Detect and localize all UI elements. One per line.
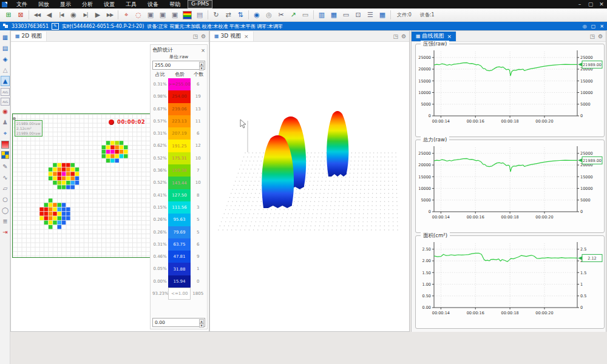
level-color-cell: 143.44 xyxy=(168,177,191,189)
min-level-spinner[interactable]: 0.00 ▲▼ xyxy=(152,318,205,327)
menu-playback[interactable]: 回放 xyxy=(33,0,55,8)
export-icon[interactable]: ↗ xyxy=(287,10,299,21)
menu-device[interactable]: 设备 xyxy=(142,0,164,8)
layout-grid-icon[interactable]: ▦ xyxy=(328,10,340,21)
menu-display[interactable]: 显示 xyxy=(55,0,76,8)
expand-icon[interactable]: ◳ xyxy=(393,33,398,39)
screen-3-icon[interactable]: ▣ xyxy=(169,10,181,21)
panel-2d-header: ▦ 2D 视图 ◳ ⚙ xyxy=(11,31,209,42)
color-level-row: 0.31%>=255.006 xyxy=(152,78,205,90)
refresh-icon[interactable]: ↻ xyxy=(210,10,222,21)
close-icon[interactable]: × xyxy=(201,47,205,53)
spin-down-icon[interactable]: ▼ xyxy=(199,66,204,70)
polygon-icon[interactable]: ▱ xyxy=(1,183,10,194)
gear-icon[interactable]: ⚙ xyxy=(201,33,206,39)
posture-icon[interactable]: ♟ xyxy=(1,117,10,127)
skip-end-icon[interactable]: ▶| xyxy=(80,10,92,21)
fast-backward-icon[interactable]: ◀◀ xyxy=(31,10,43,21)
polyline-icon[interactable]: ∿ xyxy=(1,172,10,183)
menu-tools[interactable]: 工具 xyxy=(120,0,142,8)
menu-settings[interactable]: 设置 xyxy=(98,0,120,8)
tab-close-icon[interactable]: × xyxy=(447,33,452,39)
level-percent: 0.62% xyxy=(152,140,168,152)
chart-current-value: 21989.00 xyxy=(583,62,602,67)
screen-1-icon[interactable]: ▣ xyxy=(144,10,157,21)
recording-dot-icon xyxy=(109,120,114,125)
spin-down-icon[interactable]: ▼ xyxy=(199,323,204,328)
dock-maximize-icon[interactable]: ▢ xyxy=(591,24,596,29)
clipboard-icon[interactable]: ▤ xyxy=(194,10,206,21)
level-color-cell: 127.50 xyxy=(168,189,191,201)
record-target-icon[interactable]: ◉ xyxy=(1,106,10,116)
svg-text:0.5: 0.5 xyxy=(580,294,586,298)
level-percent: 0.31% xyxy=(152,238,168,251)
list-view-icon[interactable]: ☰ xyxy=(364,10,376,21)
layers-icon[interactable]: ▤ xyxy=(1,43,10,53)
target-blue-icon[interactable]: ◉ xyxy=(251,10,263,21)
expand-icon[interactable]: ◳ xyxy=(589,33,595,39)
export-view-icon[interactable]: ⇥ xyxy=(1,227,10,237)
gear-icon[interactable]: ⚙ xyxy=(401,33,406,39)
pressure-heatmap[interactable]: 21989.00raw 2.12cm² 21989.00raw 00:00:02 xyxy=(12,113,152,258)
pin-icon[interactable]: ⌖ xyxy=(120,10,132,21)
palette-grid-icon[interactable] xyxy=(1,151,9,159)
platform-icon[interactable]: ≣ xyxy=(1,216,10,226)
spin-up-icon[interactable]: ▲ xyxy=(199,319,204,323)
max-level-spinner[interactable]: 255.00 ▲▼ xyxy=(152,61,205,70)
svg-text:00:00:16: 00:00:16 xyxy=(467,215,484,220)
dock-float-icon[interactable]: ◎ xyxy=(583,24,587,29)
svg-text:00:00:20: 00:00:20 xyxy=(535,215,553,220)
layout-frame-icon[interactable]: ▭ xyxy=(340,10,352,21)
cone-3d-icon[interactable]: ▲ xyxy=(1,76,10,86)
screen-2-icon[interactable]: ▣ xyxy=(157,10,169,21)
avg-frame-icon[interactable]: AVG xyxy=(1,88,10,96)
level-percent: 0.46% xyxy=(152,251,168,263)
colorbar-icon[interactable] xyxy=(183,11,192,19)
avg-range-icon[interactable]: AVG xyxy=(1,98,10,106)
tab-close-icon[interactable]: × xyxy=(244,33,249,39)
tab-3d-view[interactable]: ▦ 3D 视图 × xyxy=(210,32,254,41)
grid-view-icon[interactable]: ▦ xyxy=(376,10,388,21)
edit-icon[interactable]: ✎ xyxy=(52,23,59,30)
fast-forward-icon[interactable]: ▶▶ xyxy=(104,10,116,21)
circle-tool-icon[interactable]: ○ xyxy=(1,194,10,204)
window-minimize-icon[interactable]: – xyxy=(574,0,585,8)
swap-horizontal-icon[interactable]: ⇄ xyxy=(222,10,234,21)
spin-up-icon[interactable]: ▲ xyxy=(199,62,204,66)
ellipse-tool-icon[interactable]: ◯ xyxy=(1,205,10,215)
gear-icon[interactable]: ⚙ xyxy=(598,33,603,39)
gradient-scale-icon[interactable] xyxy=(1,141,9,149)
menu-gpms[interactable]: G-PMS xyxy=(188,0,212,8)
cone-2d-icon[interactable]: △ xyxy=(1,65,10,75)
menu-analysis[interactable]: 分析 xyxy=(76,0,98,8)
record-stop-icon[interactable]: ◉ xyxy=(67,10,80,21)
panel-3d-content[interactable] xyxy=(210,42,409,332)
layout-columns-icon[interactable]: ▥ xyxy=(316,10,328,21)
app-logo-icon xyxy=(2,2,7,7)
swap-vertical-icon[interactable]: ⇅ xyxy=(234,10,246,21)
monitor-icon[interactable]: ⊡ xyxy=(352,10,364,21)
level-percent: 0.36% xyxy=(152,164,168,177)
target-gray-icon[interactable]: ◎ xyxy=(263,10,275,21)
sensor-node-icon[interactable]: ◈ xyxy=(1,54,10,64)
probe-pin-icon[interactable]: ⌖ xyxy=(1,128,10,138)
dock-close-icon[interactable]: ✕ xyxy=(600,24,604,29)
loop-icon[interactable]: ◌ xyxy=(132,10,144,21)
frame-select-icon[interactable]: ▭ xyxy=(299,10,311,21)
pencil-icon[interactable]: ✎ xyxy=(1,161,10,172)
menu-help[interactable]: 帮助 xyxy=(164,0,186,8)
menu-file[interactable]: 文件 xyxy=(11,0,33,8)
expand-icon[interactable]: ◳ xyxy=(192,33,198,39)
add-view-icon[interactable]: ⊞ xyxy=(2,10,15,21)
tab-2d-view[interactable]: ▦ 2D 视图 xyxy=(11,32,47,41)
window-close-icon[interactable]: ✕ xyxy=(596,0,607,8)
scissors-icon[interactable]: ✂ xyxy=(275,10,287,21)
window-maximize-icon[interactable]: ▢ xyxy=(585,0,596,8)
play-icon[interactable]: ▶ xyxy=(92,10,104,21)
layout-windows-icon[interactable]: ▦ xyxy=(1,32,10,42)
close-view-icon[interactable]: ⊠ xyxy=(15,10,27,21)
chart-plot: 0050005000100001000015000150002000020000… xyxy=(416,48,603,134)
tab-curve-view[interactable]: ▦ 曲线视图 × xyxy=(412,32,456,41)
step-backward-icon[interactable]: ◀ xyxy=(43,10,55,21)
skip-start-icon[interactable]: |◀ xyxy=(55,10,67,21)
